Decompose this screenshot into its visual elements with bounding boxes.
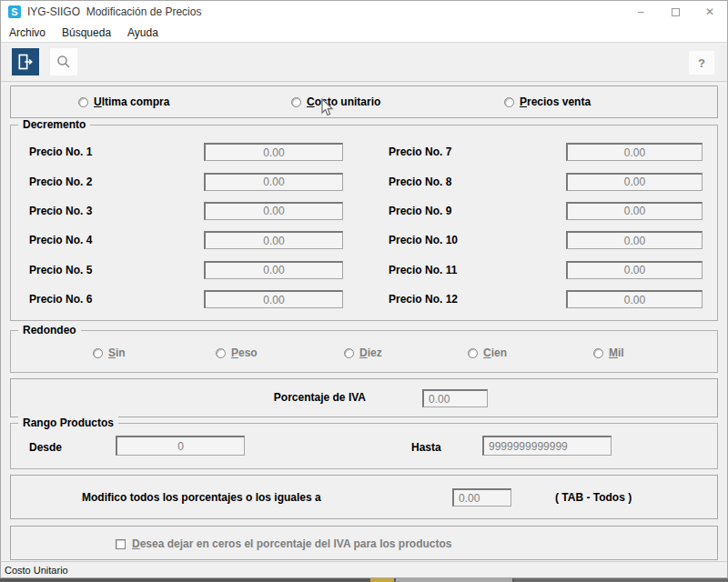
iva-label: Porcentaje de IVA [257, 391, 366, 404]
maximize-button[interactable] [658, 1, 693, 23]
iva-input[interactable]: 0.00 [422, 389, 488, 407]
precio-6-input[interactable]: 0.00 [204, 290, 343, 308]
precio-4-input[interactable]: 0.00 [204, 231, 343, 249]
search-button[interactable] [50, 48, 77, 75]
exit-button[interactable] [12, 48, 39, 75]
precio-10-input[interactable]: 0.00 [566, 231, 703, 249]
precio-5-label: Precio No. 5 [29, 264, 204, 276]
precio-1-label: Precio No. 1 [29, 146, 204, 158]
radio-cien[interactable]: Cien [468, 346, 507, 359]
precio-7-label: Precio No. 7 [389, 146, 566, 158]
taskbar-segment [514, 578, 728, 582]
checkbox-icon [116, 539, 126, 549]
decremento-grid: Precio No. 1 0.00 Precio No. 7 0.00 Prec… [11, 125, 717, 314]
app-logo-icon: S [8, 5, 21, 18]
radio-icon [93, 348, 103, 358]
iva-panel: Porcentaje de IVA 0.00 [10, 378, 718, 417]
desde-input[interactable]: 0 [116, 436, 245, 456]
radio-icon [344, 348, 354, 358]
redondeo-legend: Redondeo [18, 324, 81, 336]
status-bar: Costo Unitario [1, 561, 727, 577]
search-icon [56, 54, 72, 70]
radio-sin[interactable]: Sin [93, 346, 126, 359]
modifico-label: Modifico todos los porcentajes o los igu… [82, 491, 321, 504]
radio-icon [216, 348, 226, 358]
title-bar: S IYG-SIIGO Modificación de Precios – ✕ [1, 1, 727, 23]
rango-legend: Rango Productos [18, 416, 118, 429]
tab-todos-hint: ( TAB - Todos ) [555, 491, 632, 504]
radio-icon [593, 348, 603, 358]
hasta-input[interactable]: 9999999999999 [482, 436, 612, 456]
close-button[interactable]: ✕ [693, 1, 727, 23]
radio-precios-venta[interactable]: Precios venta [504, 95, 591, 108]
taskbar-strip[interactable] [0, 578, 728, 582]
window-title: IYG-SIIGO Modificación de Precios [27, 5, 201, 18]
taskbar-segment [396, 578, 512, 582]
precio-3-label: Precio No. 3 [29, 205, 204, 217]
rango-productos-group: Rango Productos Desde 0 Hasta 9999999999… [10, 423, 718, 469]
precio-12-label: Precio No. 12 [389, 293, 566, 306]
modifico-panel: Modifico todos los porcentajes o los igu… [10, 475, 718, 519]
toolbar: ? [1, 42, 727, 82]
radio-label: Diez [359, 346, 382, 359]
radio-costo-unitario[interactable]: Costo unitario [291, 95, 380, 108]
checkbox-label: Desea dejar en ceros el porcentaje del I… [132, 537, 451, 550]
radio-icon [468, 348, 478, 358]
iva-ceros-checkbox[interactable]: Desea dejar en ceros el porcentaje del I… [116, 537, 451, 550]
precio-9-label: Precio No. 9 [389, 205, 566, 217]
precio-2-label: Precio No. 2 [29, 176, 204, 188]
radio-diez[interactable]: Diez [344, 346, 382, 359]
decremento-group: Decremento Precio No. 1 0.00 Precio No. … [10, 125, 718, 321]
minimize-button[interactable]: – [623, 1, 658, 23]
radio-label: Peso [231, 346, 258, 359]
precio-2-input[interactable]: 0.00 [204, 173, 343, 191]
radio-label: Costo unitario [307, 95, 380, 108]
menu-ayuda[interactable]: Ayuda [127, 26, 158, 39]
app-window: S IYG-SIIGO Modificación de Precios – ✕ … [0, 0, 728, 578]
menu-archivo[interactable]: Archivo [9, 26, 46, 39]
modifico-input[interactable]: 0.00 [452, 488, 511, 507]
radio-label: Mil [609, 346, 624, 359]
precio-7-input[interactable]: 0.00 [566, 143, 703, 161]
redondeo-group: Redondeo Sin Peso Diez Cien Mil [10, 330, 718, 373]
desde-label: Desde [29, 441, 62, 454]
radio-icon [291, 97, 301, 107]
precio-4-label: Precio No. 4 [29, 234, 204, 246]
exit-door-icon [16, 53, 35, 71]
precio-1-input[interactable]: 0.00 [204, 143, 343, 161]
precio-3-input[interactable]: 0.00 [204, 202, 343, 220]
window-controls: – ✕ [623, 1, 727, 23]
radio-label: Precios venta [520, 95, 591, 108]
precio-6-label: Precio No. 6 [29, 293, 204, 306]
radio-icon [504, 97, 514, 107]
precio-5-input[interactable]: 0.00 [204, 261, 343, 279]
menu-bar: Archivo Búsqueda Ayuda [1, 23, 727, 42]
precio-9-input[interactable]: 0.00 [566, 202, 703, 220]
status-text: Costo Unitario [5, 565, 68, 576]
taskbar-segment [370, 578, 394, 582]
radio-peso[interactable]: Peso [216, 346, 258, 359]
radio-ultima-compra[interactable]: Ultima compra [78, 95, 169, 108]
radio-mil[interactable]: Mil [593, 346, 624, 359]
precio-8-input[interactable]: 0.00 [566, 173, 703, 191]
mode-panel: Ultima compra Costo unitario Precios ven… [10, 85, 718, 118]
menu-busqueda[interactable]: Búsqueda [62, 26, 111, 39]
precio-10-label: Precio No. 10 [389, 234, 566, 246]
precio-12-input[interactable]: 0.00 [566, 290, 703, 308]
help-button[interactable]: ? [689, 51, 714, 75]
precio-8-label: Precio No. 8 [389, 176, 566, 188]
maximize-icon [672, 8, 680, 16]
radio-label: Ultima compra [94, 95, 169, 108]
hasta-label: Hasta [411, 441, 441, 454]
precio-11-label: Precio No. 11 [389, 264, 566, 276]
radio-label: Cien [483, 346, 507, 359]
precio-11-input[interactable]: 0.00 [566, 261, 703, 279]
iva-ceros-panel: Desea dejar en ceros el porcentaje del I… [10, 526, 718, 560]
screen: S IYG-SIIGO Modificación de Precios – ✕ … [0, 0, 728, 582]
decremento-legend: Decremento [18, 118, 90, 131]
radio-label: Sin [108, 346, 126, 359]
radio-icon [78, 97, 88, 107]
